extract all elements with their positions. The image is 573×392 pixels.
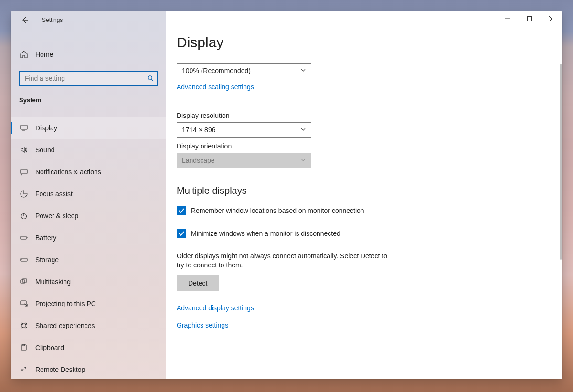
- sidebar-item-label: Display: [35, 124, 57, 132]
- detect-button[interactable]: Detect: [177, 275, 219, 291]
- sidebar-item-shared-experiences[interactable]: Shared experiences: [11, 315, 166, 337]
- page-title: Display: [177, 34, 562, 51]
- sidebar-item-remote-desktop[interactable]: Remote Desktop: [11, 359, 166, 379]
- resolution-combo[interactable]: 1714 × 896: [177, 122, 311, 138]
- clipboard-icon: [19, 343, 29, 352]
- resolution-value: 1714 × 896: [182, 126, 215, 134]
- scrollbar-thumb[interactable]: [560, 64, 562, 260]
- sidebar-item-power-sleep[interactable]: Power & sleep: [11, 205, 166, 227]
- minimize-disconnected-checkbox-row[interactable]: Minimize windows when a monitor is disco…: [177, 229, 562, 238]
- search-input[interactable]: [19, 71, 158, 86]
- notifications-icon: [19, 167, 29, 177]
- sidebar-item-label: Remote Desktop: [35, 366, 85, 373]
- sidebar-item-focus-assist[interactable]: Focus assist: [11, 183, 166, 205]
- sidebar-item-label: Power & sleep: [35, 212, 78, 220]
- minimize-button[interactable]: [497, 11, 519, 26]
- chevron-down-icon: [300, 67, 306, 74]
- sidebar-home[interactable]: Home: [11, 44, 166, 65]
- chevron-down-icon: [300, 157, 306, 164]
- close-button[interactable]: [541, 11, 562, 26]
- display-icon: [19, 123, 29, 133]
- orientation-label: Display orientation: [177, 142, 562, 150]
- back-arrow-icon: [21, 16, 29, 24]
- sidebar-nav: Display Sound Notifications & actions: [11, 117, 166, 379]
- focus-assist-icon: [19, 189, 29, 199]
- minimize-icon: [505, 16, 510, 21]
- sidebar-item-label: Storage: [35, 256, 59, 264]
- multitasking-icon: [19, 277, 29, 286]
- remember-locations-checkbox-row[interactable]: Remember window locations based on monit…: [177, 206, 562, 215]
- remote-desktop-icon: [19, 365, 29, 374]
- minimize-disconnected-label: Minimize windows when a monitor is disco…: [191, 230, 340, 237]
- desktop-background: Settings Home System: [0, 0, 573, 392]
- sidebar-item-projecting[interactable]: Projecting to this PC: [11, 293, 166, 315]
- titlebar-left: Settings: [11, 11, 166, 29]
- content-area: Display 100% (Recommended) Advanced scal…: [166, 11, 562, 379]
- svg-point-7: [21, 259, 22, 260]
- sidebar-item-label: Projecting to this PC: [35, 300, 96, 307]
- sidebar-item-label: Sound: [35, 146, 54, 154]
- sidebar-item-label: Shared experiences: [35, 322, 95, 329]
- sidebar-item-sound[interactable]: Sound: [11, 139, 166, 161]
- home-icon: [19, 50, 29, 59]
- detect-helper-text: Older displays might not always connect …: [177, 252, 392, 270]
- power-icon: [19, 211, 29, 221]
- sidebar-item-label: Notifications & actions: [35, 168, 101, 176]
- back-button[interactable]: [19, 14, 31, 26]
- sidebar-item-clipboard[interactable]: Clipboard: [11, 337, 166, 359]
- chevron-down-icon: [300, 126, 306, 134]
- sidebar: Settings Home System: [11, 11, 166, 379]
- maximize-icon: [527, 16, 532, 21]
- sidebar-item-label: Battery: [35, 234, 56, 242]
- remember-locations-label: Remember window locations based on monit…: [191, 207, 364, 214]
- settings-window: Settings Home System: [11, 11, 562, 379]
- svg-point-12: [25, 323, 26, 324]
- battery-icon: [19, 233, 29, 243]
- svg-rect-6: [21, 258, 27, 261]
- projecting-icon: [19, 299, 29, 308]
- sidebar-item-label: Clipboard: [35, 344, 64, 351]
- sidebar-item-storage[interactable]: Storage: [11, 249, 166, 271]
- search-box: [19, 71, 158, 86]
- checkbox-checked-icon: [177, 229, 186, 238]
- page: Display 100% (Recommended) Advanced scal…: [166, 11, 562, 329]
- sidebar-item-notifications[interactable]: Notifications & actions: [11, 161, 166, 183]
- sidebar-item-multitasking[interactable]: Multitasking: [11, 271, 166, 293]
- sidebar-item-battery[interactable]: Battery: [11, 227, 166, 249]
- svg-rect-17: [528, 17, 532, 21]
- graphics-settings-link[interactable]: Graphics settings: [177, 321, 228, 329]
- window-controls: [497, 11, 562, 26]
- shared-icon: [19, 321, 29, 330]
- scale-value: 100% (Recommended): [182, 67, 251, 74]
- close-icon: [549, 16, 554, 21]
- sound-icon: [19, 145, 29, 155]
- svg-rect-2: [21, 169, 27, 174]
- scale-combo[interactable]: 100% (Recommended): [177, 63, 311, 78]
- orientation-combo: Landscape: [177, 153, 311, 168]
- sidebar-item-display[interactable]: Display: [11, 117, 166, 139]
- svg-rect-10: [21, 301, 26, 305]
- sidebar-home-label: Home: [35, 51, 53, 58]
- svg-point-14: [25, 327, 26, 328]
- svg-rect-4: [21, 236, 26, 239]
- search-wrap: [19, 71, 158, 86]
- sidebar-item-label: Multitasking: [35, 278, 71, 286]
- advanced-display-link[interactable]: Advanced display settings: [177, 304, 254, 312]
- maximize-button[interactable]: [519, 11, 541, 26]
- resolution-label: Display resolution: [177, 112, 562, 119]
- svg-rect-5: [27, 237, 28, 238]
- sidebar-group-header: System: [19, 96, 166, 104]
- multiple-displays-title: Multiple displays: [177, 185, 562, 196]
- storage-icon: [19, 255, 29, 265]
- orientation-value: Landscape: [182, 157, 215, 164]
- svg-point-11: [21, 323, 22, 324]
- svg-point-13: [21, 327, 22, 328]
- app-title: Settings: [42, 17, 63, 23]
- checkbox-checked-icon: [177, 206, 186, 215]
- svg-rect-1: [21, 125, 27, 129]
- advanced-scaling-link[interactable]: Advanced scaling settings: [177, 83, 254, 91]
- sidebar-item-label: Focus assist: [35, 190, 73, 198]
